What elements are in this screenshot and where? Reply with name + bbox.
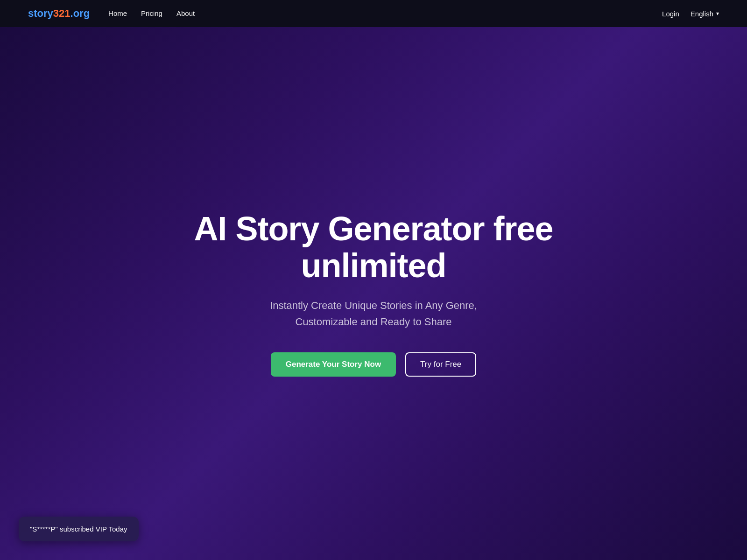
generate-story-button[interactable]: Generate Your Story Now — [271, 352, 396, 377]
toast-message: "S*****P" subscribed VIP Today — [30, 525, 127, 533]
hero-subtitle-line2: Customizable and Ready to Share — [295, 316, 451, 328]
nav-home[interactable]: Home — [108, 9, 127, 17]
nav-pricing[interactable]: Pricing — [141, 9, 162, 17]
navbar-right: Login English ▾ — [662, 10, 719, 18]
hero-subtitle: Instantly Create Unique Stories in Any G… — [182, 297, 565, 330]
login-link[interactable]: Login — [662, 10, 679, 18]
navbar: story321.org Home Pricing About Login En… — [0, 0, 747, 27]
language-selector[interactable]: English ▾ — [691, 10, 719, 18]
hero-section: AI Story Generator free unlimited Instan… — [0, 27, 747, 560]
nav-about[interactable]: About — [176, 9, 195, 17]
hero-buttons: Generate Your Story Now Try for Free — [182, 352, 565, 377]
logo-org-text: .org — [70, 7, 90, 19]
hero-subtitle-line1: Instantly Create Unique Stories in Any G… — [270, 300, 477, 311]
hero-content: AI Story Generator free unlimited Instan… — [163, 210, 584, 377]
chevron-down-icon: ▾ — [716, 10, 719, 17]
language-label: English — [691, 10, 713, 18]
logo[interactable]: story321.org — [28, 7, 90, 20]
vip-toast: "S*****P" subscribed VIP Today — [19, 517, 139, 541]
hero-title: AI Story Generator free unlimited — [182, 210, 565, 284]
navbar-left: story321.org Home Pricing About — [28, 7, 195, 20]
logo-story-text: story — [28, 7, 53, 19]
logo-numbers-text: 321 — [53, 7, 70, 19]
try-for-free-button[interactable]: Try for Free — [405, 352, 476, 377]
nav-links: Home Pricing About — [108, 9, 195, 18]
